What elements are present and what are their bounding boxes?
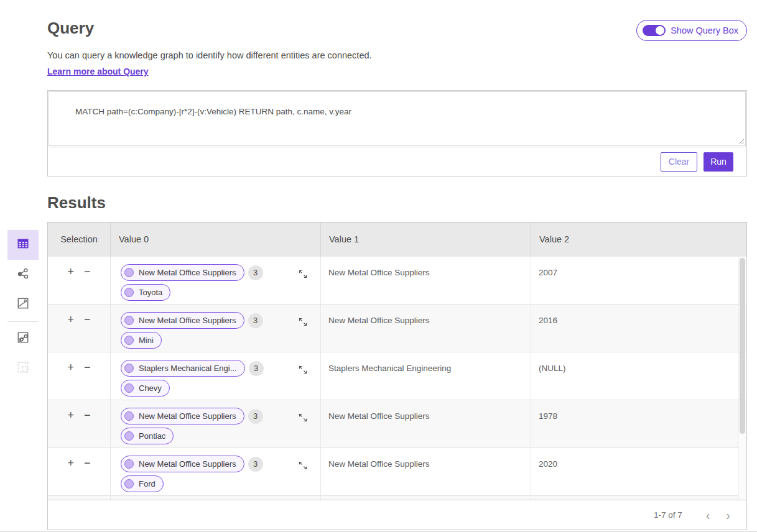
entity-chip-label: Mini (139, 336, 154, 345)
entity-dot-icon (124, 431, 134, 441)
learn-more-link[interactable]: Learn more about Query (47, 66, 149, 76)
expand-icon[interactable] (298, 314, 308, 327)
show-query-box-toggle[interactable]: Show Query Box (636, 20, 747, 41)
value2-cell: 2007 (531, 257, 746, 304)
expand-icon[interactable] (298, 267, 308, 279)
sidebar-item-table-view[interactable] (7, 230, 39, 260)
page-description: You can query a knowledge graph to ident… (47, 50, 747, 60)
remove-selection-button[interactable]: − (84, 266, 91, 277)
add-selection-button[interactable]: + (67, 266, 74, 277)
selection-tool-icon (16, 360, 30, 377)
table-row: + − New Metal Office Suppliers 3 (48, 257, 746, 305)
value0-cell: New Metal Office Suppliers 3 (110, 448, 320, 495)
value0-cell: New Metal Office Suppliers 3 (110, 257, 320, 304)
resize-handle-icon[interactable] (715, 139, 745, 145)
value2-cell: (NULL) (531, 352, 746, 400)
column-header-selection: Selection (48, 222, 110, 257)
remove-selection-button[interactable]: − (84, 362, 91, 373)
count-badge: 3 (248, 265, 263, 280)
remove-selection-button[interactable]: − (84, 457, 91, 469)
entity-chip[interactable]: Mini (121, 332, 162, 349)
value1-cell: New Metal Office Suppliers (320, 257, 531, 304)
entity-chip-label: New Metal Office Suppliers (139, 316, 236, 325)
count-badge: 3 (249, 361, 264, 376)
query-panel: MATCH path=(c:Company)-[r*2]-(v:Vehicle)… (47, 90, 747, 177)
entity-chip[interactable]: New Metal Office Suppliers (121, 408, 244, 424)
sidebar-divider (7, 321, 39, 322)
entity-dot-icon (124, 288, 134, 297)
map-link-chart-view-icon (16, 331, 30, 347)
entity-chip-label: Ford (139, 479, 156, 488)
pagination-range-label: 1-7 of 7 (654, 510, 682, 520)
selection-cell: + − (48, 352, 110, 400)
expand-icon[interactable] (298, 458, 308, 470)
add-selection-button[interactable]: + (67, 410, 74, 421)
entity-chip[interactable]: Pontiac (121, 428, 174, 444)
table-footer: 1-7 of 7 ‹ › (48, 500, 746, 530)
entity-dot-icon (124, 336, 134, 345)
entity-dot-icon (124, 459, 134, 469)
scrollbar-thumb[interactable] (740, 258, 745, 434)
selection-cell: + − (48, 257, 110, 304)
value0-cell: New Metal Office Suppliers 3 (110, 305, 320, 352)
toggle-label: Show Query Box (671, 25, 738, 35)
entity-chip[interactable]: Ford (121, 475, 164, 492)
sidebar-item-selection-tool (7, 354, 39, 383)
table-row: + − New Metal Office Suppliers 3 (48, 305, 746, 352)
entity-chip-label: Pontiac (139, 431, 165, 441)
value1-cell: New Metal Office Suppliers (320, 448, 531, 495)
query-text: MATCH path=(c:Company)-[r*2]-(v:Vehicle)… (75, 107, 351, 116)
value1-cell: New Metal Office Suppliers (320, 400, 531, 447)
clear-button[interactable]: Clear (661, 152, 697, 172)
remove-selection-button[interactable]: − (84, 410, 91, 421)
entity-chip[interactable]: Chevy (121, 380, 170, 397)
entity-dot-icon (124, 364, 134, 373)
chevron-right-icon[interactable]: › (726, 509, 730, 521)
value1-cell: Staplers Mechanical Engineering (320, 352, 531, 400)
expand-icon[interactable] (298, 362, 308, 375)
count-badge: 3 (248, 457, 263, 472)
table-body: + − New Metal Office Suppliers 3 (48, 257, 746, 500)
entity-chip[interactable]: New Metal Office Suppliers (121, 312, 244, 329)
entity-chip[interactable]: Staplers Mechanical Engi... (121, 360, 245, 377)
entity-chip-label: New Metal Office Suppliers (139, 411, 236, 421)
column-header-value0: Value 0 (110, 222, 320, 257)
sidebar-item-map-view[interactable] (7, 290, 39, 319)
remove-selection-button[interactable]: − (84, 314, 91, 325)
sidebar-item-map-link-chart-view[interactable] (7, 324, 39, 354)
column-header-value1: Value 1 (320, 222, 531, 257)
entity-chip-label: New Metal Office Suppliers (139, 268, 236, 277)
entity-chip-label: Staplers Mechanical Engi... (139, 364, 237, 373)
add-selection-button[interactable]: + (67, 314, 74, 325)
run-button[interactable]: Run (704, 152, 733, 172)
value2-cell: 2020 (531, 448, 746, 495)
entity-chip[interactable]: New Metal Office Suppliers (121, 264, 244, 281)
results-table-panel: Selection Value 0 Value 1 Value 2 + − Ne… (47, 222, 747, 530)
entity-chip[interactable]: New Metal Office Suppliers (121, 456, 244, 472)
link-chart-view-icon (16, 267, 30, 283)
sidebar-item-link-chart-view[interactable] (7, 260, 39, 290)
table-row: + − New Metal Office Suppliers 3 (48, 448, 746, 496)
table-view-icon (16, 237, 30, 253)
value0-cell: New Metal Office Suppliers 3 (110, 400, 320, 447)
entity-dot-icon (124, 383, 134, 393)
query-page: Query You can query a knowledge graph to… (0, 0, 757, 532)
entity-chip[interactable]: Toyota (121, 284, 170, 301)
entity-chip-label: Toyota (139, 288, 162, 297)
value1-cell: New Metal Office Suppliers (320, 305, 531, 352)
add-selection-button[interactable]: + (67, 457, 74, 469)
table-header-row: Selection Value 0 Value 1 Value 2 (48, 222, 746, 257)
query-footer: Clear Run (48, 147, 746, 176)
entity-dot-icon (124, 268, 134, 277)
expand-icon[interactable] (298, 410, 308, 423)
map-view-icon (16, 296, 30, 313)
entity-dot-icon (124, 411, 134, 421)
chevron-left-icon[interactable]: ‹ (706, 509, 710, 521)
selection-cell: + − (48, 448, 110, 495)
toggle-switch-icon (643, 25, 666, 36)
add-selection-button[interactable]: + (67, 362, 74, 373)
query-input[interactable]: MATCH path=(c:Company)-[r*2]-(v:Vehicle)… (49, 91, 746, 146)
selection-cell: + − (48, 400, 110, 447)
view-sidebar (7, 230, 39, 383)
value2-cell: 2016 (531, 305, 746, 352)
